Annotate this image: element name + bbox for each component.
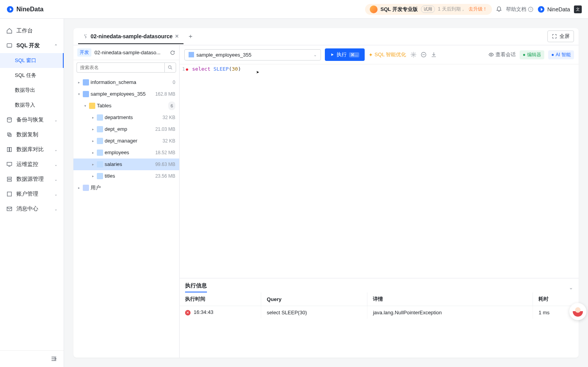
table-node[interactable]: ▸dept_manager32 KB <box>73 135 179 147</box>
nav-sql-window[interactable]: SQL 窗口 <box>0 53 64 68</box>
org-switcher[interactable]: NineData <box>537 5 570 13</box>
results-panel: 执行信息 ⌄ 执行时间 Query 详情 耗时 ✕16:34:43 <box>180 278 579 358</box>
support-avatar-icon <box>573 306 583 317</box>
database-select[interactable]: sample_employees_355 ⌄ <box>184 49 321 61</box>
collapse-sidebar-icon[interactable] <box>50 355 57 362</box>
caret-down-icon: ▾ <box>77 90 81 98</box>
ai-mode-pill[interactable]: ●AI 智能 <box>548 50 574 59</box>
nav-compare[interactable]: 数据库对比⌄ <box>0 142 64 157</box>
nav-message[interactable]: 消息中心⌄ <box>0 201 64 216</box>
nav-replication[interactable]: 数据复制 <box>0 127 64 142</box>
results-tab[interactable]: 执行信息 <box>185 282 207 292</box>
question-icon: ? <box>528 7 533 12</box>
dot-icon: ● <box>523 52 526 57</box>
nav-data-export[interactable]: 数据导出 <box>0 83 64 98</box>
svg-point-16 <box>490 54 492 55</box>
editor-toolbar: sample_employees_355 ⌄ 执行 ⌘... ✦SQL 智能优化 <box>180 45 579 64</box>
nav-datasource[interactable]: 数据源管理⌄ <box>0 172 64 187</box>
edition-icon <box>370 5 378 13</box>
caret-right-icon: ▸ <box>91 137 95 145</box>
close-icon[interactable]: ✕ <box>175 34 179 39</box>
fullscreen-button[interactable]: 全屏 <box>547 30 574 42</box>
table-icon <box>97 161 103 167</box>
nav-label: 账户管理 <box>16 191 38 198</box>
col-time: 执行时间 <box>180 292 261 306</box>
caret-right-icon: ▸ <box>91 148 95 157</box>
brand-name: NineData <box>16 6 43 13</box>
caret-right-icon: ▸ <box>91 160 95 169</box>
topbar-right: SQL 开发专业版 试用 1 天后到期， 去升级！ 帮助文档 ? NineDat… <box>365 4 582 15</box>
minus-circle-icon[interactable] <box>421 52 427 58</box>
nav-backup[interactable]: 备份与恢复⌄ <box>0 112 64 127</box>
compare-icon <box>6 146 12 153</box>
refresh-icon[interactable] <box>170 50 175 55</box>
account-icon <box>6 191 12 197</box>
nav-ops[interactable]: 运维监控⌄ <box>0 157 64 172</box>
caret-down-icon: ▾ <box>83 102 87 110</box>
editor-pane: sample_employees_355 ⌄ 执行 ⌘... ✦SQL 智能优化 <box>180 45 579 358</box>
svg-rect-4 <box>7 133 10 135</box>
language-icon[interactable]: 文 <box>574 5 582 13</box>
fullscreen-label: 全屏 <box>559 33 570 40</box>
tables-folder[interactable]: ▾Tables6 <box>73 100 179 112</box>
table-node[interactable]: ▸dept_emp21.03 MB <box>73 123 179 135</box>
datasource-icon <box>6 176 12 182</box>
table-icon <box>97 138 103 144</box>
bell-icon[interactable] <box>496 6 502 12</box>
datasource-name: 02-ninedata-sample-dataso... <box>94 50 167 55</box>
chevron-down-icon: ⌄ <box>54 162 57 167</box>
table-node[interactable]: ▸titles23.56 MB <box>73 170 179 182</box>
svg-rect-2 <box>7 44 12 47</box>
code-editor[interactable]: 1● select SLEEP(30) ➤ <box>180 64 579 278</box>
nav-sql-dev[interactable]: SQL 开发 ⌃ <box>0 38 64 53</box>
nav-label: 备份与恢复 <box>16 116 44 123</box>
home-icon <box>6 28 12 34</box>
brand-logo[interactable]: NineData <box>6 5 43 13</box>
table-node-selected[interactable]: ▸salaries99.63 MB <box>73 159 179 170</box>
support-fab[interactable] <box>569 303 586 320</box>
table-node[interactable]: ▸departments32 KB <box>73 112 179 123</box>
expire-text: 1 天后到期， <box>438 6 465 12</box>
folder-icon <box>89 103 95 109</box>
upgrade-link[interactable]: 去升级！ <box>469 6 487 12</box>
nav-data-import[interactable]: 数据导入 <box>0 98 64 112</box>
table-node[interactable]: ▸employees18.52 MB <box>73 147 179 159</box>
run-shortcut: ⌘... <box>349 52 359 57</box>
org-name: NineData <box>547 6 570 12</box>
svg-rect-9 <box>7 177 12 179</box>
tree-header: 开发 02-ninedata-sample-dataso... <box>73 45 179 60</box>
nav-workbench[interactable]: 工作台 <box>0 23 64 38</box>
help-link[interactable]: 帮助文档 ? <box>506 6 533 13</box>
collapse-icon[interactable]: ⌄ <box>569 285 573 290</box>
nav-account[interactable]: 账户管理⌄ <box>0 187 64 201</box>
results-table: 执行时间 Query 详情 耗时 ✕16:34:43 select SLEEP(… <box>180 292 579 319</box>
gear-icon[interactable] <box>410 52 417 58</box>
sql-optimize-link[interactable]: ✦SQL 智能优化 <box>369 51 406 58</box>
svg-text:?: ? <box>530 7 531 11</box>
topbar: NineData SQL 开发专业版 试用 1 天后到期， 去升级！ 帮助文档 … <box>0 0 588 19</box>
backup-icon <box>6 117 12 123</box>
nav-label: 数据库对比 <box>16 146 44 153</box>
db-node-info-schema[interactable]: ▸information_schema0 <box>73 77 179 88</box>
nav-label: 消息中心 <box>16 205 38 212</box>
add-tab-button[interactable]: ＋ <box>184 30 198 43</box>
count-badge: 6 <box>168 102 175 110</box>
nav-label: SQL 开发 <box>16 42 40 49</box>
tab-label: 02-ninedata-sample-datasource <box>91 33 173 39</box>
result-row[interactable]: ✕16:34:43 select SLEEP(30) java.lang.Nul… <box>180 306 579 319</box>
tab-datasource[interactable]: 02-ninedata-sample-datasource ✕ <box>78 29 184 44</box>
nav-label: SQL 任务 <box>15 72 36 79</box>
nav-sql-task[interactable]: SQL 任务 <box>0 68 64 83</box>
nav-label: 数据源管理 <box>16 176 44 183</box>
run-button[interactable]: 执行 ⌘... <box>325 48 365 61</box>
download-icon[interactable] <box>431 52 437 58</box>
editor-mode-pill[interactable]: ●编辑器 <box>520 50 544 59</box>
col-query: Query <box>261 292 367 306</box>
search-button[interactable] <box>164 62 176 73</box>
svg-rect-7 <box>10 148 12 152</box>
search-input[interactable] <box>77 62 164 73</box>
db-node-sample[interactable]: ▾sample_employees_355162.8 MB <box>73 88 179 100</box>
caret-right-icon: ▸ <box>91 125 95 134</box>
users-node[interactable]: ▸用户 <box>73 182 179 194</box>
view-session-link[interactable]: 查看会话 <box>488 51 516 58</box>
